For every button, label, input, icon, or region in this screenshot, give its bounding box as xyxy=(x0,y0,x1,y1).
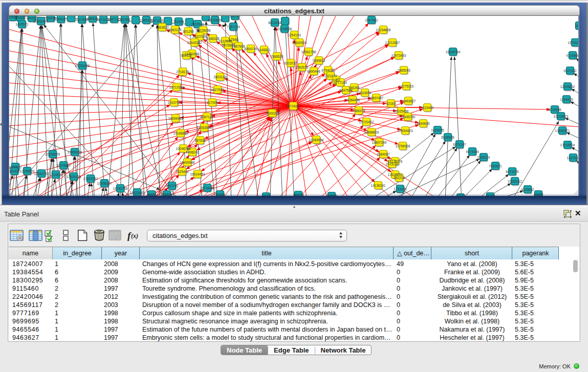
svg-text:391931: 391931 xyxy=(9,169,20,173)
svg-text:8813054: 8813054 xyxy=(268,21,281,25)
svg-text:1621072: 1621072 xyxy=(324,74,337,78)
svg-text:9129966: 9129966 xyxy=(566,54,579,57)
svg-text:746266: 746266 xyxy=(349,86,360,90)
svg-text:8287110: 8287110 xyxy=(201,115,213,119)
svg-text:17654923: 17654923 xyxy=(398,129,413,133)
svg-text:203551: 203551 xyxy=(15,16,26,19)
svg-text:7986372: 7986372 xyxy=(352,109,365,113)
svg-text:8454749: 8454749 xyxy=(244,47,257,51)
svg-text:15751074: 15751074 xyxy=(568,41,579,45)
svg-text:17016504: 17016504 xyxy=(560,143,575,147)
svg-text:7632621: 7632621 xyxy=(489,164,502,168)
svg-text:10046788: 10046788 xyxy=(176,147,191,150)
svg-text:12093832: 12093832 xyxy=(560,85,575,89)
svg-text:10210673: 10210673 xyxy=(554,115,569,118)
svg-text:10975867: 10975867 xyxy=(56,164,71,167)
svg-text:751554: 751554 xyxy=(173,20,184,24)
svg-text:8215955: 8215955 xyxy=(548,108,561,112)
svg-text:1254193: 1254193 xyxy=(288,33,301,37)
svg-text:10958107: 10958107 xyxy=(97,182,112,185)
svg-text:1588520: 1588520 xyxy=(270,55,284,58)
svg-text:11123: 11123 xyxy=(575,24,579,28)
svg-text:7515546: 7515546 xyxy=(191,23,204,26)
svg-text:7357224: 7357224 xyxy=(227,25,240,29)
svg-text:19218506: 19218506 xyxy=(277,27,292,31)
svg-text:4498242: 4498242 xyxy=(186,150,199,154)
svg-text:2718176: 2718176 xyxy=(176,70,189,74)
svg-text:16033809: 16033809 xyxy=(208,18,223,22)
svg-text:12275115: 12275115 xyxy=(399,84,414,88)
svg-text:2803144: 2803144 xyxy=(213,75,227,79)
svg-text:9657791: 9657791 xyxy=(165,184,179,188)
svg-text:9227342: 9227342 xyxy=(563,69,577,73)
svg-text:9474444: 9474444 xyxy=(466,150,479,154)
svg-text:8990448: 8990448 xyxy=(307,70,320,73)
svg-text:751554: 751554 xyxy=(119,18,130,21)
svg-text:6794028: 6794028 xyxy=(321,69,335,72)
svg-text:12156829: 12156829 xyxy=(20,169,35,173)
svg-text:17359938: 17359938 xyxy=(68,150,82,154)
svg-text:891295: 891295 xyxy=(183,30,194,33)
svg-text:989612: 989612 xyxy=(181,54,192,57)
svg-text:18640910: 18640910 xyxy=(292,41,307,45)
svg-text:7625402: 7625402 xyxy=(176,170,189,173)
svg-text:3624554: 3624554 xyxy=(358,91,372,95)
svg-text:(x): (x) xyxy=(131,232,138,239)
svg-text:16914453: 16914453 xyxy=(190,172,205,176)
svg-text:4390011: 4390011 xyxy=(9,165,22,169)
svg-text:9115460: 9115460 xyxy=(421,106,434,110)
svg-text:17957257: 17957257 xyxy=(83,177,98,181)
svg-text:587832: 587832 xyxy=(194,139,206,142)
svg-text:1362615: 1362615 xyxy=(295,65,309,69)
svg-text:735722: 735722 xyxy=(229,16,241,18)
svg-text:12546: 12546 xyxy=(229,38,238,41)
svg-text:10688609: 10688609 xyxy=(364,130,379,134)
svg-text:16648784: 16648784 xyxy=(446,50,461,54)
svg-text:19166852: 19166852 xyxy=(173,132,188,135)
svg-text:10756928: 10756928 xyxy=(396,144,410,148)
svg-text:9427552: 9427552 xyxy=(211,88,224,92)
svg-text:8938928: 8938928 xyxy=(441,136,454,139)
svg-text:1244415: 1244415 xyxy=(560,98,573,101)
svg-text:12505135: 12505135 xyxy=(67,175,81,179)
svg-text:20691406: 20691406 xyxy=(34,19,49,23)
svg-text:7663822: 7663822 xyxy=(156,26,169,29)
svg-text:53226058: 53226058 xyxy=(196,29,211,32)
svg-text:10973493: 10973493 xyxy=(391,54,406,57)
svg-text:10025438: 10025438 xyxy=(394,110,409,113)
svg-text:8186328: 8186328 xyxy=(206,37,220,40)
svg-text:25300295: 25300295 xyxy=(265,112,280,115)
svg-text:18807249: 18807249 xyxy=(372,141,387,144)
svg-text:13692971: 13692971 xyxy=(555,129,570,133)
svg-text:12213363: 12213363 xyxy=(169,85,184,89)
svg-text:10961758: 10961758 xyxy=(301,50,316,54)
svg-text:1733426: 1733426 xyxy=(394,187,407,191)
svg-text:10654112: 10654112 xyxy=(508,180,522,183)
svg-text:8322037: 8322037 xyxy=(284,61,297,65)
svg-text:9699695: 9699695 xyxy=(417,122,430,125)
svg-text:1640955: 1640955 xyxy=(431,128,444,132)
svg-text:14136141: 14136141 xyxy=(371,184,386,187)
svg-text:16782759: 16782759 xyxy=(113,187,128,190)
svg-text:7485003: 7485003 xyxy=(397,69,410,72)
svg-text:9084067: 9084067 xyxy=(377,152,390,156)
svg-text:15720407: 15720407 xyxy=(359,120,374,124)
svg-text:252214: 252214 xyxy=(394,176,405,180)
svg-text:15409948: 15409948 xyxy=(180,161,195,164)
svg-text:8471676: 8471676 xyxy=(506,170,519,173)
svg-text:18327509: 18327509 xyxy=(192,35,207,38)
svg-text:19654985: 19654985 xyxy=(168,117,183,120)
svg-text:3875685: 3875685 xyxy=(222,43,235,47)
svg-text:9777169: 9777169 xyxy=(334,81,347,84)
svg-text:12342737: 12342737 xyxy=(34,172,49,176)
svg-text:2935114: 2935114 xyxy=(477,156,490,159)
svg-text:1167533: 1167533 xyxy=(567,156,579,160)
svg-text:10807487: 10807487 xyxy=(369,96,384,100)
svg-text:18724007: 18724007 xyxy=(286,104,301,108)
svg-text:14495750: 14495750 xyxy=(401,115,416,119)
svg-text:14463627: 14463627 xyxy=(401,99,416,103)
svg-text:9146821: 9146821 xyxy=(257,48,271,52)
svg-text:2087682: 2087682 xyxy=(365,18,378,22)
svg-text:20206578: 20206578 xyxy=(46,152,60,156)
svg-text:12213967: 12213967 xyxy=(385,41,400,45)
